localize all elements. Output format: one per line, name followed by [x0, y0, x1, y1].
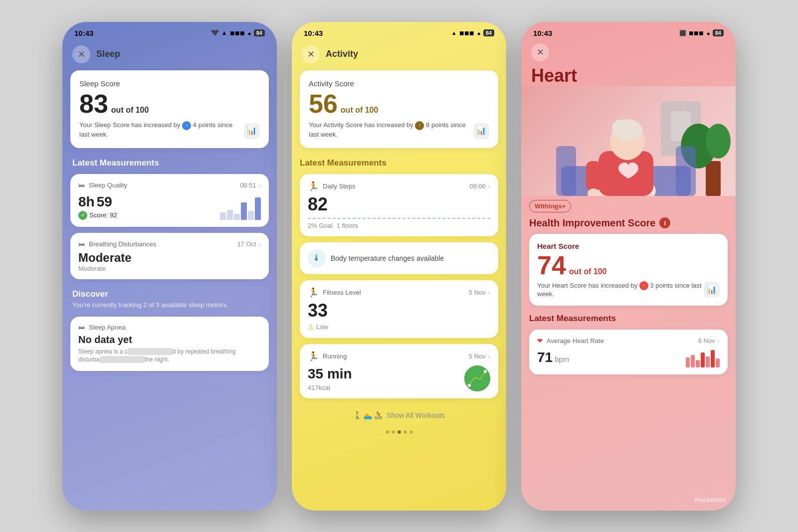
dot-1	[386, 430, 389, 434]
discover-section: Discover You're currently tracking 2 of …	[62, 285, 277, 317]
fitness-level-title: 🏃 Fitness Level	[308, 287, 361, 298]
dot-2	[392, 430, 395, 434]
heart-title: Heart	[521, 61, 736, 86]
info-icon[interactable]: i	[659, 217, 670, 228]
breathing-date: 17 Oct ›	[237, 240, 261, 249]
running-icon: 🏃	[308, 351, 319, 362]
activity-app-title: Activity	[326, 49, 358, 59]
svg-point-1	[468, 384, 471, 387]
status-bar-sleep: 10:43 ▲ ◼◼◼ ⬥ 84	[62, 22, 277, 41]
status-time-heart: 10:43	[533, 29, 552, 37]
svg-point-7	[706, 124, 731, 159]
sleep-app-title: Sleep	[96, 49, 120, 59]
sleep-score-badge: ✓ Score: 92	[78, 211, 117, 220]
sleep-quality-value: 8h59	[78, 194, 117, 210]
sleep-chart-button[interactable]: 📊	[244, 123, 260, 139]
status-time-sleep: 10:43	[74, 29, 93, 37]
running-value: 35 min	[308, 366, 352, 382]
running-card[interactable]: 🏃 Running 5 Nov › 35 min 417kcal	[300, 344, 498, 398]
heart-increase-icon: ↑	[639, 281, 648, 290]
heart-score-label: Heart Score	[537, 242, 720, 250]
steps-goal: 2% Goal	[308, 222, 333, 229]
heart-latest-heading: Latest Measurements	[521, 312, 736, 330]
discover-title: Discover	[72, 289, 267, 299]
daily-steps-time: 09:06 ›	[469, 182, 490, 191]
running-chevron-icon: ›	[488, 352, 490, 361]
status-icons-heart: ⬛ ◼◼◼ ⬥ 84	[679, 29, 724, 37]
activity-score-label: Activity Score	[309, 79, 489, 88]
heart-score-card: Heart Score 74 out of 100 Your Heart Sco…	[529, 234, 728, 306]
sleep-apnea-desc: Sleep apnea is a cxxxxxxxxxxxxxxxd by re…	[78, 348, 261, 364]
sleep-score-card: Sleep Score 83 out of 100 Your Sleep Sco…	[70, 70, 269, 148]
sleep-close-button[interactable]: ✕	[72, 45, 90, 63]
steps-floors: 1 floors	[337, 222, 358, 229]
heart-close-button[interactable]: ✕	[531, 43, 549, 61]
sleep-header: ✕ Sleep	[62, 41, 277, 70]
activity-phone: 10:43 ▲ ◼◼◼ ⬥ 84 ✕ Activity Activity Sco…	[292, 22, 506, 511]
activity-header: ✕ Activity	[292, 41, 506, 70]
body-temp-text: Body temperature changes available	[331, 254, 444, 262]
breathing-sub: Moderate	[78, 265, 261, 272]
activity-score-desc: Your Activity Score has increased by ↑ 8…	[309, 121, 473, 139]
svg-rect-16	[586, 161, 601, 191]
svg-rect-9	[556, 146, 576, 196]
status-bar-activity: 10:43 ▲ ◼◼◼ ⬥ 84	[292, 22, 506, 41]
svg-point-2	[484, 370, 487, 373]
chevron-right-icon: ›	[258, 181, 261, 190]
running-calories: 417kcal	[308, 384, 352, 391]
sleep-apnea-card[interactable]: 🛏 Sleep Apnea No data yet Sleep apnea is…	[70, 317, 269, 371]
svg-point-15	[612, 120, 630, 135]
fitness-level-card[interactable]: 🏃 Fitness Level 5 Nov › 33 ⚠ Low	[300, 280, 498, 338]
breathing-title: 🛏 Breathing Disturbances	[78, 240, 156, 248]
sleep-quality-card[interactable]: 🛏 Sleep Quality 08:51 › 8h59 ✓ Score: 92	[70, 174, 269, 227]
heart-rate-date: 6 Nov ›	[698, 337, 720, 346]
check-icon: ✓	[78, 211, 87, 220]
health-improvement-title: Health Improvement Score i	[521, 216, 736, 234]
steps-progress-line	[308, 218, 490, 219]
heart-close-row: ✕	[521, 41, 736, 61]
heart-chart-button[interactable]: 📊	[704, 282, 720, 298]
activity-score-card: Activity Score 56 out of 100 Your Activi…	[300, 70, 498, 148]
heart-icon: ❤	[537, 337, 543, 345]
heart-illustration	[521, 86, 736, 196]
fitness-level-label: ⚠ Low	[308, 323, 490, 331]
sleep-quality-time: 08:51 ›	[240, 181, 261, 190]
heart-score-desc: Your Heart Score has increased by ↑ 3 po…	[537, 281, 720, 298]
daily-steps-value: 82	[308, 194, 490, 215]
heart-rate-chevron-icon: ›	[717, 337, 720, 346]
heart-score-out-of: out of 100	[569, 267, 607, 276]
status-time-activity: 10:43	[304, 29, 323, 37]
avg-heart-rate-card[interactable]: ❤ Average Heart Rate 6 Nov › 71 bpm	[529, 330, 728, 374]
steps-chevron-icon: ›	[488, 182, 490, 191]
body-temp-card[interactable]: 🌡 Body temperature changes available	[300, 242, 498, 274]
running-map	[464, 365, 490, 391]
warning-icon: ⚠	[308, 323, 314, 331]
svg-rect-5	[706, 161, 721, 196]
heart-rate-title: ❤ Average Heart Rate	[537, 337, 604, 345]
activity-close-button[interactable]: ✕	[302, 45, 320, 63]
steps-icon: 🏃	[308, 181, 319, 192]
daily-steps-title: 🏃 Daily Steps	[308, 181, 356, 192]
discover-desc: You're currently tracking 2 of 3 availab…	[72, 301, 267, 309]
breathing-disturbances-card[interactable]: 🛏 Breathing Disturbances 17 Oct › Modera…	[70, 233, 269, 279]
fitness-value: 33	[308, 300, 490, 321]
dot-3	[398, 430, 401, 434]
pocketlint-watermark: Pocketlint	[695, 496, 726, 504]
sleep-apnea-title: 🛏 Sleep Apnea	[78, 324, 261, 331]
daily-steps-card[interactable]: 🏃 Daily Steps 09:06 › 82 2% Goal 1 floor…	[300, 174, 498, 236]
breathing-chevron-icon: ›	[258, 240, 261, 249]
show-all-workouts[interactable]: 🚶 🏊 🚴 Show All Workouts	[292, 404, 506, 426]
heart-rate-unit: bpm	[555, 355, 569, 363]
thermometer-icon: 🌡	[308, 249, 326, 267]
running-title: 🏃 Running	[308, 351, 347, 362]
withings-badge[interactable]: Withings+	[529, 200, 571, 212]
sleep-quality-title: 🛏 Sleep Quality	[78, 181, 127, 189]
sleep-phone: 10:43 ▲ ◼◼◼ ⬥ 84 ✕ Sleep Sleep Score 83 …	[62, 22, 277, 511]
activity-score-out-of: out of 100	[341, 106, 379, 115]
sleep-quality-chart	[220, 195, 261, 220]
status-bar-heart: 10:43 ⬛ ◼◼◼ ⬥ 84	[521, 22, 736, 41]
activity-chart-button[interactable]: 📊	[473, 123, 489, 139]
status-icons-activity: ▲ ◼◼◼ ⬥ 84	[451, 29, 494, 37]
dot-4	[403, 430, 407, 434]
heart-phone: 10:43 ⬛ ◼◼◼ ⬥ 84 ✕ Heart	[521, 22, 736, 511]
